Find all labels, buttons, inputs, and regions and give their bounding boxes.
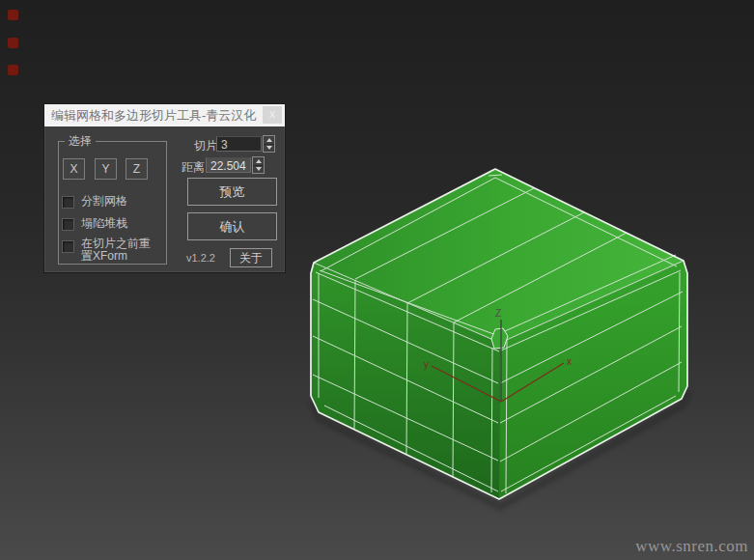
collapse-stack-checkbox[interactable]	[62, 218, 74, 231]
reset-xform-checkbox[interactable]	[62, 240, 74, 253]
axis-x-button[interactable]: X	[63, 158, 85, 180]
green-box-object[interactable]	[311, 169, 687, 499]
axis-z-button[interactable]: Z	[126, 158, 148, 180]
spinner-up-icon[interactable]	[253, 157, 264, 166]
distance-spinner[interactable]	[252, 156, 265, 174]
slice-tool-dialog: 编辑网格和多边形切片工具-青云汉化 x 选择 X Y Z 分割网格 塌陷堆栈 在…	[43, 103, 286, 273]
split-mesh-label: 分割网格	[81, 195, 127, 208]
watermark-text: www.snren.com	[635, 537, 748, 556]
slices-input[interactable]: 3	[216, 136, 262, 152]
slices-label: 切片	[194, 138, 217, 154]
version-text: v1.2.2	[186, 252, 215, 264]
selection-group-label: 选择	[65, 134, 96, 148]
dialog-body: 选择 X Y Z 分割网格 塌陷堆栈 在切片之前重置XForm 切片 3 距离 …	[44, 126, 285, 274]
gizmo-y-label: y	[424, 359, 429, 370]
gizmo-z-label: Z	[495, 308, 501, 319]
confirm-button[interactable]: 确认	[187, 212, 277, 240]
reset-xform-label: 在切片之前重置XForm	[81, 238, 158, 263]
slices-spinner[interactable]	[263, 135, 275, 153]
preview-button[interactable]: 预览	[187, 178, 277, 206]
red-marker-icon	[8, 65, 18, 75]
gizmo-x-label: x	[567, 356, 572, 367]
red-marker-icon	[8, 38, 18, 48]
spinner-up-icon[interactable]	[264, 136, 274, 145]
axis-y-button[interactable]: Y	[95, 158, 117, 180]
distance-label: 距离	[182, 159, 205, 176]
collapse-stack-label: 塌陷堆栈	[81, 217, 127, 230]
about-button[interactable]: 关于	[230, 248, 272, 267]
spinner-down-icon[interactable]	[253, 166, 264, 174]
red-marker-icon	[8, 10, 18, 20]
distance-input[interactable]: 22.504	[206, 157, 251, 173]
close-icon[interactable]: x	[263, 106, 282, 124]
viewport-3d-scene: Z y x	[0, 0, 754, 560]
split-mesh-checkbox[interactable]	[62, 196, 74, 209]
dialog-titlebar[interactable]: 编辑网格和多边形切片工具-青云汉化 x	[44, 104, 285, 126]
spinner-down-icon[interactable]	[264, 145, 274, 153]
dialog-title: 编辑网格和多边形切片工具-青云汉化	[51, 107, 256, 125]
